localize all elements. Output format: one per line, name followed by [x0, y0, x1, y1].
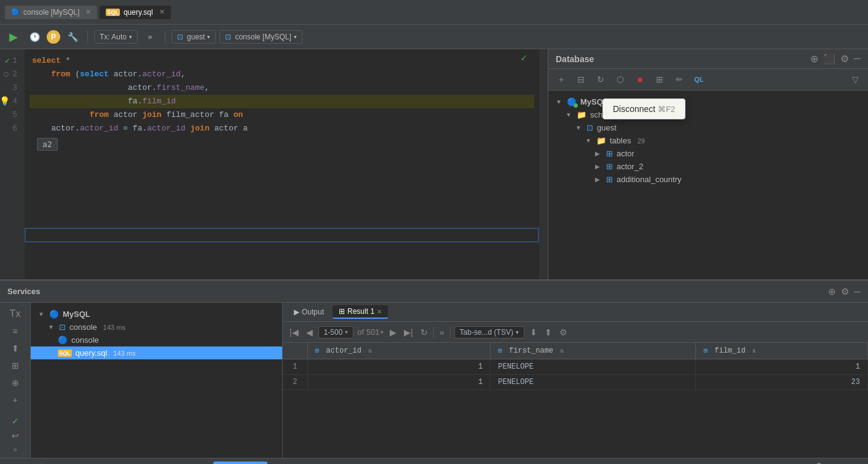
col-first-name[interactable]: ⊞ first_name ⇅ [491, 343, 696, 359]
export-icon[interactable]: ⬇ [528, 326, 539, 339]
forward-button[interactable]: » [141, 28, 159, 46]
code-line-1: select * [32, 54, 532, 68]
srv-console-item-icon: 🔵 [58, 335, 68, 345]
tree-tables[interactable]: ▼ 📁 tables 29 [548, 134, 868, 147]
guest-dropdown[interactable]: ⊡ guest ▾ [172, 30, 216, 44]
db-add-icon[interactable]: ⊕ [810, 53, 818, 65]
db-refresh-btn[interactable]: ↻ [593, 71, 609, 87]
tx-up-btn[interactable]: Tx [7, 308, 23, 320]
tx-dropdown[interactable]: Tx: Auto ▾ [94, 30, 138, 44]
srv-console-group[interactable]: ▼ ⊡ console 143 ms [31, 321, 282, 334]
results-tab-output[interactable]: ▶ Output [288, 306, 330, 318]
col-rownum [283, 343, 307, 359]
results-panel: ▶ Output ⊞ Result 1 ✕ |◀ ◀ 1-500 ▾ of 50… [283, 303, 868, 458]
tab-console-close[interactable]: ✕ [85, 8, 91, 16]
bottom-area: Services ⊕ ⚙ ─ Tx ≡ ⬆ ⊞ ⊕ + ✓ ↩ » [0, 279, 868, 458]
db-add-btn[interactable]: + [553, 71, 569, 87]
services-settings-icon[interactable]: ⚙ [841, 286, 849, 297]
tree-guest-label: guest [597, 123, 617, 132]
db-stop-btn[interactable]: ■ [632, 71, 648, 87]
services-minus-icon[interactable]: ─ [854, 286, 861, 297]
col-film-id[interactable]: ⊞ film_id ⇅ [696, 343, 868, 359]
code-area[interactable]: ✓ select * from (select actor.actor_id, … [25, 49, 539, 279]
tab-query-close[interactable]: ✕ [159, 8, 165, 16]
format-dropdown[interactable]: Tab-se...d (TSV) ▾ [454, 326, 524, 338]
db-schema-btn[interactable]: ⬡ [612, 71, 628, 87]
upload-icon[interactable]: ⬆ [543, 326, 554, 339]
srv-check-btn[interactable]: ✓ [12, 416, 19, 426]
wrench-button[interactable]: 🔧 [64, 28, 81, 46]
results-tab-result1[interactable]: ⊞ Result 1 ✕ [333, 305, 388, 319]
services-title: Services [7, 287, 41, 296]
code-line-3: actor.first_name, [32, 81, 532, 95]
tree-actor-2[interactable]: ▶ ⊞ actor_2 [548, 160, 868, 173]
completion-item[interactable]: a2 [37, 138, 58, 151]
disconnect-label: Disconnect [613, 104, 655, 114]
film-id-sort-icon[interactable]: ⇅ [752, 348, 756, 354]
settings-result-icon[interactable]: ⚙ [558, 326, 569, 339]
srv-mysql[interactable]: ▼ 🔵 MySQL [31, 308, 282, 321]
tree-tables-arrow: ▼ [585, 137, 593, 144]
kw-from2: from [90, 108, 109, 122]
db-filter-btn[interactable]: ▽ [847, 71, 863, 87]
completion-area: a2 [32, 138, 532, 152]
line-4-hint: 💡 [0, 95, 10, 108]
nav-more[interactable]: » [438, 326, 446, 339]
tx-grid-btn[interactable]: ⊞ [7, 359, 23, 372]
actor-id-sort-icon[interactable]: ⇅ [368, 348, 372, 354]
first-name-sort-icon[interactable]: ⇅ [560, 348, 564, 354]
tree-additional-country[interactable]: ▶ ⊞ additional_country [548, 173, 868, 186]
tab-bar: 🔵 console [MySQL] ✕ SQL query.sql ✕ [0, 0, 868, 25]
db-edit-btn[interactable]: ✏ [671, 71, 687, 87]
tree-actor[interactable]: ▶ ⊞ actor [548, 147, 868, 160]
tx-collapse-btn[interactable]: ≡ [7, 325, 23, 337]
page-range-arrow: ▾ [345, 329, 348, 335]
nav-first[interactable]: |◀ [288, 326, 301, 339]
refresh-icon[interactable]: ↻ [419, 326, 430, 339]
nav-prev[interactable]: ◀ [304, 326, 315, 339]
row-1-num: 1 [283, 359, 307, 375]
srv-more-btn[interactable]: » [13, 446, 17, 453]
p-button[interactable]: P [47, 30, 60, 44]
line-2-marker [4, 72, 9, 77]
services-add-icon[interactable]: ⊕ [828, 286, 836, 297]
srv-undo-btn[interactable]: ↩ [12, 431, 19, 441]
db-copy-btn[interactable]: ⊟ [573, 71, 589, 87]
disconnect-tooltip[interactable]: Disconnect ⌘F2 [602, 98, 685, 119]
srv-console-group-arrow: ▼ [48, 324, 55, 330]
line-3-num: 3 [0, 81, 20, 95]
tree-guest-arrow: ▼ [575, 124, 583, 131]
tree-guest[interactable]: ▼ ⊡ guest [548, 121, 868, 134]
console-dropdown[interactable]: ⊡ console [MySQL] ▾ [219, 30, 302, 44]
srv-console-item[interactable]: 🔵 console [31, 334, 282, 346]
db-settings-icon[interactable]: ⚙ [840, 53, 849, 65]
nav-next[interactable]: ▶ [388, 326, 398, 339]
db-sql-btn[interactable]: QL [691, 71, 707, 87]
db-minus-icon[interactable]: ─ [854, 53, 861, 65]
db-tree: ▼ 🔵 MySQL 1 of 2 ▼ 📁 schemas ▼ ⊡ guest [548, 90, 868, 279]
nav-last[interactable]: ▶| [402, 326, 415, 339]
history-button[interactable]: 🕐 [26, 28, 43, 46]
col-actor-id[interactable]: ⊞ actor_id ⇅ [307, 343, 491, 359]
page-range-dropdown[interactable]: 1-500 ▾ [318, 326, 354, 338]
tab-console[interactable]: 🔵 console [MySQL] ✕ [5, 6, 97, 19]
tx-plus-btn[interactable]: + [7, 394, 23, 406]
film-id-col-label: film_id [714, 346, 745, 355]
tx-add-btn[interactable]: ⊕ [7, 377, 23, 389]
db-table-btn[interactable]: ⊞ [652, 71, 668, 87]
data-table: ⊞ actor_id ⇅ ⊞ first_name ⇅ ⊞ [283, 343, 868, 458]
srv-query-item[interactable]: SQL query.sql 143 ms [31, 346, 282, 359]
run-button[interactable]: ▶ [5, 28, 22, 46]
status-services[interactable]: ▶ 8: Services [213, 462, 267, 465]
db-layout-icon[interactable]: ⬛ [823, 53, 835, 65]
kw-on: on [234, 108, 243, 122]
result1-tab-close[interactable]: ✕ [377, 308, 382, 315]
tree-schemas[interactable]: ▼ 📁 schemas [548, 108, 868, 121]
editor-scrollbar[interactable] [539, 49, 548, 279]
tab-query[interactable]: SQL query.sql ✕ [100, 6, 170, 19]
guest-label: guest [187, 33, 205, 41]
line-2-num: 2 [0, 68, 20, 81]
tx-expand-btn[interactable]: ⬆ [7, 342, 23, 354]
tree-mysql[interactable]: ▼ 🔵 MySQL 1 of 2 [548, 95, 868, 108]
line-6-num: 6 [0, 122, 20, 135]
